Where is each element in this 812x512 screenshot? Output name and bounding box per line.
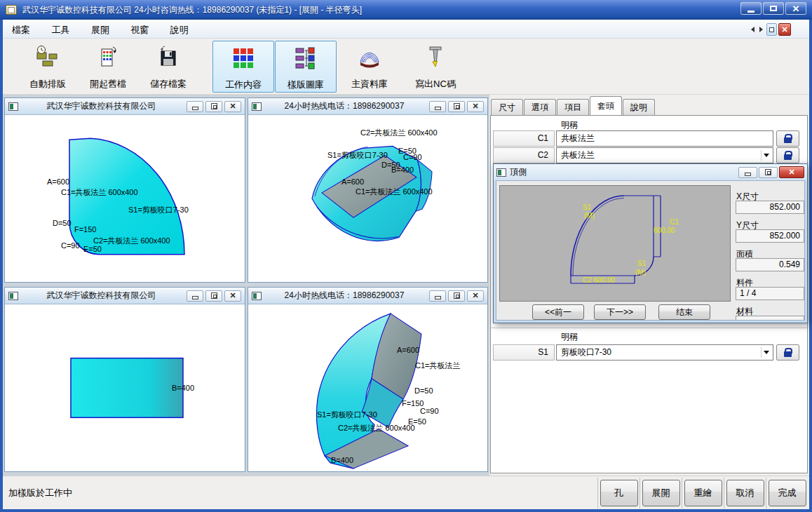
menu-unfold[interactable]: 展開 <box>82 20 119 39</box>
drawing-area[interactable]: B=400 <box>5 304 245 471</box>
child-title-bar[interactable]: 武汉华宇诚数控科技有限公司 ✕ <box>5 288 245 304</box>
elbow-3d-drawing: C2=共板法兰 600x400 S1=剪板咬口7-30 E=50 C=90 D=… <box>248 115 487 282</box>
c2-lock-button[interactable] <box>776 147 799 163</box>
c2-combobox[interactable]: 共板法兰 <box>556 147 773 163</box>
dim-label: C2=共板法兰 600x400 <box>93 236 170 244</box>
minimize-icon <box>192 296 198 299</box>
c1-lock-button[interactable] <box>776 130 799 147</box>
mdi-workspace: 武汉华宇诚数控科技有限公司 ✕ A=600 C1=共板法兰 600x400 S1… <box>3 95 489 476</box>
toolbar-work-content-button[interactable]: 工作内容 <box>212 41 274 93</box>
s1-combobox[interactable]: 剪板咬口7-30 <box>556 344 773 361</box>
child-minimize-button[interactable] <box>429 290 446 302</box>
child-window-title: 武汉华宇诚数控科技有限公司 <box>18 290 184 302</box>
finish-button[interactable]: 结束 <box>658 304 710 320</box>
dialog-minimize-button[interactable] <box>738 167 757 178</box>
toolbar-button-label: 樣版圖庫 <box>276 79 336 91</box>
child-close-button[interactable]: ✕ <box>467 290 484 302</box>
child-close-button[interactable]: ✕ <box>224 290 241 302</box>
toolbar-auto-layout-button[interactable]: 自動排版 <box>18 41 77 93</box>
maximize-button[interactable] <box>763 2 784 15</box>
menu-tools[interactable]: 工具 <box>42 20 79 39</box>
child-restore-button[interactable] <box>205 290 222 302</box>
done-button[interactable]: 完成 <box>769 480 806 506</box>
mdi-restore-button[interactable] <box>766 23 777 36</box>
menu-file[interactable]: 檔案 <box>3 20 39 39</box>
menu-window[interactable]: 視窗 <box>121 20 158 39</box>
child-restore-button[interactable] <box>448 290 465 302</box>
drawing-area[interactable]: A=600 C1=共板法兰 D=50 F=150 C=90 E=50 S1=剪板… <box>248 304 487 471</box>
area-field: 0.549 <box>736 258 804 271</box>
child-minimize-button[interactable] <box>187 290 203 302</box>
tab-items[interactable]: 項目 <box>557 99 589 115</box>
mdi-close-button[interactable]: ✕ <box>778 23 791 36</box>
dialog-title-bar[interactable]: 頂側 ✕ <box>494 164 807 180</box>
tab-dimensions[interactable]: 尺寸 <box>491 99 523 115</box>
child-close-button[interactable]: ✕ <box>224 101 241 112</box>
child-restore-button[interactable] <box>448 101 465 112</box>
dialog-close-button[interactable]: ✕ <box>779 166 804 178</box>
child-title-bar[interactable]: 24小时热线电话：18986290037 ✕ <box>248 98 487 115</box>
toolbar-write-nc-button[interactable]: 寫出NC碼 <box>402 41 468 93</box>
child-minimize-button[interactable] <box>429 101 446 112</box>
drawing-area[interactable]: C2=共板法兰 600x400 S1=剪板咬口7-30 E=50 C=90 D=… <box>248 115 487 282</box>
child-title-bar[interactable]: 24小时热线电话：18986290037 ✕ <box>248 288 487 304</box>
dim-label: S1=剪板咬口7-30 <box>128 206 189 214</box>
child-window-rect-pattern: 武汉华宇诚数控科技有限公司 ✕ B=400 <box>4 287 245 472</box>
title-bar: 武汉华宇诚数控科技有限公司 24小时咨询热线：18986290037 (未指定1… <box>0 0 812 20</box>
drawing-area[interactable]: A=600 C1=共板法兰 600x400 S1=剪板咬口7-30 D=50 F… <box>5 115 245 282</box>
window-controls: ✕ <box>739 2 806 15</box>
c1-value: 共板法兰 <box>561 133 595 143</box>
dim-label: B=400 <box>391 166 414 174</box>
child-restore-button[interactable] <box>205 101 222 112</box>
c2-value: 共板法兰 <box>561 150 595 160</box>
child-close-button[interactable]: ✕ <box>467 101 484 112</box>
close-button[interactable]: ✕ <box>785 2 806 15</box>
lock-icon <box>784 137 792 143</box>
restore-icon <box>454 103 460 109</box>
elbow-3d-drawing: A=600 C1=共板法兰 D=50 F=150 C=90 E=50 S1=剪板… <box>248 304 487 471</box>
seam-label: S1 <box>583 203 592 211</box>
tab-connections[interactable]: 套頭 <box>590 96 622 115</box>
next-arrow-icon[interactable] <box>759 27 763 32</box>
cancel-button[interactable]: 取消 <box>726 480 764 506</box>
tab-options[interactable]: 選項 <box>524 99 556 115</box>
minimize-icon <box>435 107 441 110</box>
child-window-title: 24小时热线电话：18986290037 <box>262 290 427 302</box>
next-button[interactable]: 下一>> <box>594 304 646 320</box>
c1-value-field[interactable]: 共板法兰 <box>556 130 773 147</box>
dim-label: E=50 <box>83 245 102 253</box>
prev-arrow-icon[interactable] <box>751 27 755 32</box>
hole-button[interactable]: 孔 <box>600 480 638 506</box>
dim-label: C1=共板法兰 600x400 <box>356 187 433 196</box>
s1-lock-button[interactable] <box>776 344 799 361</box>
child-minimize-button[interactable] <box>187 101 203 112</box>
s1-value: 剪板咬口7-30 <box>561 347 611 357</box>
menu-help[interactable]: 說明 <box>161 20 198 39</box>
toolbar-template-library-button[interactable]: 樣版圖庫 <box>275 41 337 93</box>
drawing-icon <box>252 102 262 111</box>
tab-help[interactable]: 說明 <box>623 99 655 115</box>
redraw-button[interactable]: 重繪 <box>684 480 722 506</box>
piece-outline-drawing: S1 (M) C1 600.00 S1 (M) C2 600.00 <box>500 186 730 301</box>
previous-button[interactable]: <<前一 <box>532 304 584 320</box>
toolbar-open-file-button[interactable]: 開起舊檔 <box>79 41 137 93</box>
auto-layout-icon <box>35 45 60 70</box>
dim-label: D=50 <box>414 386 433 395</box>
toolbar-save-file-button[interactable]: 儲存檔案 <box>139 41 198 93</box>
drawing-icon <box>496 168 506 177</box>
piece-preview-canvas[interactable]: S1 (M) C1 600.00 S1 (M) C2 600.00 <box>499 185 731 302</box>
dim-label: A=600 <box>341 177 364 186</box>
restore-icon <box>765 169 771 175</box>
child-title-bar[interactable]: 武汉华宇诚数控科技有限公司 ✕ <box>5 98 245 115</box>
minimize-button[interactable] <box>740 2 762 15</box>
seam-label: (M) <box>635 269 646 276</box>
rect-pattern-drawing: B=400 <box>5 304 245 471</box>
toolbar-main-database-button[interactable]: 主資料庫 <box>339 41 400 93</box>
work-content-icon <box>231 46 256 71</box>
chevron-down-icon[interactable] <box>761 150 771 161</box>
dialog-restore-button[interactable] <box>759 167 778 178</box>
chevron-down-icon[interactable] <box>761 347 771 358</box>
row-key: C1 <box>493 130 555 147</box>
edge-label: C2 600.00 <box>583 276 616 284</box>
unfold-button[interactable]: 展開 <box>642 480 680 506</box>
